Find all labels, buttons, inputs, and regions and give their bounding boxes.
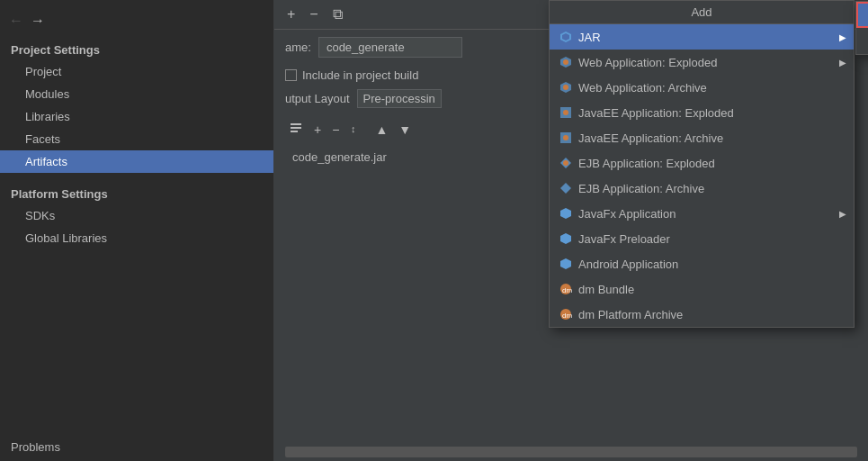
dropdown-item-javafx[interactable]: JavaFx Application ▶ [550,201,854,226]
submenu-item-empty[interactable]: Empty [856,2,868,28]
artifact-up-btn[interactable]: ▲ [371,121,391,139]
javafx-preloader-icon [559,231,573,246]
project-settings-title: Project Settings [0,38,273,60]
sidebar-item-libraries[interactable]: Libraries [0,105,273,128]
dropdown-item-jee-archive-label: JavaEE Application: Archive [578,131,723,145]
sidebar-item-global-libraries[interactable]: Global Libraries [0,227,273,249]
sidebar-item-facets[interactable]: Facets [0,128,273,150]
dm-bundle-icon: dm [559,282,573,296]
jar-submenu[interactable]: Empty From modules with depen [855,1,868,55]
submenu-item-from-modules[interactable]: From modules with depen [856,28,868,54]
content-area: + − ⧉ ame: code_generate Include in proj… [274,0,868,461]
svg-text:↕: ↕ [351,123,356,134]
jee-exploded-icon [559,105,573,120]
add-dropdown-header: Add [550,1,854,24]
web-exploded-arrow: ▶ [839,58,846,68]
problems-section[interactable]: Problems [0,433,273,461]
ejb-exploded-icon [559,156,573,170]
javafx-arrow: ▶ [839,209,846,219]
dropdown-item-javafx-preloader-label: JavaFx Preloader [578,232,670,246]
dropdown-item-dm-platform[interactable]: dm dm Platform Archive [550,302,854,327]
dropdown-item-javafx-preloader[interactable]: JavaFx Preloader [550,226,854,251]
artifact-add-btn[interactable]: + [310,121,325,139]
output-value: Pre-processin [357,89,442,108]
svg-text:dm: dm [562,312,572,320]
nav-arrows: ← → [0,7,273,38]
web-archive-icon [559,80,573,95]
dropdown-item-web-exploded-label: Web Application: Exploded [578,56,717,69]
dropdown-item-android-label: Android Application [578,258,678,271]
ejb-archive-icon [559,181,573,195]
svg-point-7 [563,59,568,65]
dropdown-item-ejb-archive-label: EJB Application: Archive [578,182,704,195]
jee-archive-icon [559,131,573,145]
name-label: ame: [285,41,311,54]
sidebar-item-artifacts[interactable]: Artifacts [0,150,273,173]
artifact-remove-btn[interactable]: − [328,121,343,139]
sidebar-item-modules[interactable]: Modules [0,83,273,105]
dropdown-item-web-archive-label: Web Application: Archive [578,81,707,95]
artifact-sort-btn[interactable] [285,119,307,140]
dropdown-item-ejb-archive[interactable]: EJB Application: Archive [550,176,854,201]
platform-settings-title: Platform Settings [0,182,273,204]
name-value: code_generate [318,37,462,58]
svg-marker-16 [560,183,571,194]
svg-marker-5 [562,33,569,41]
svg-marker-18 [560,233,571,244]
svg-text:dm: dm [562,286,572,294]
dropdown-item-dm-bundle[interactable]: dm dm Bundle [550,276,854,302]
svg-point-9 [563,85,568,90]
jar-icon [559,30,573,44]
svg-marker-19 [560,258,571,269]
svg-rect-1 [291,127,301,129]
jar-submenu-arrow: ▶ [839,32,846,42]
dropdown-item-javafx-label: JavaFx Application [578,207,676,221]
svg-rect-2 [291,131,298,132]
dropdown-item-web-exploded[interactable]: Web Application: Exploded ▶ [550,50,854,75]
back-arrow[interactable]: ← [9,13,23,29]
include-label: Include in project build [302,68,418,82]
sidebar-item-project[interactable]: Project [0,60,273,83]
dropdown-item-ejb-exploded-label: EJB Application: Exploded [578,157,715,170]
svg-marker-17 [560,208,571,219]
sidebar-item-sdks[interactable]: SDKs [0,204,273,227]
copy-button[interactable]: ⧉ [329,5,346,23]
dropdown-item-dm-bundle-label: dm Bundle [578,283,634,296]
web-exploded-icon [559,55,573,69]
dropdown-item-dm-platform-label: dm Platform Archive [578,308,683,321]
dm-platform-icon: dm [559,307,573,321]
dropdown-item-jar-label: JAR [578,31,601,44]
svg-point-15 [563,160,568,166]
dropdown-item-ejb-exploded[interactable]: EJB Application: Exploded [550,150,854,176]
artifact-down-btn[interactable]: ▼ [395,121,415,139]
dropdown-item-android[interactable]: Android Application [550,251,854,276]
dropdown-item-jee-exploded-label: JavaEE Application: Exploded [578,106,734,120]
sidebar: ← → Project Settings Project Modules Lib… [0,0,274,461]
output-label: utput Layout [285,92,350,105]
svg-rect-0 [291,123,301,125]
artifact-sort2-btn[interactable]: ↕ [346,119,368,140]
android-icon [559,257,573,271]
svg-point-11 [563,110,568,115]
forward-arrow[interactable]: → [31,13,45,29]
dropdown-item-jee-exploded[interactable]: JavaEE Application: Exploded [550,100,854,125]
svg-point-13 [563,135,568,140]
dropdown-item-jee-archive[interactable]: JavaEE Application: Archive [550,125,854,150]
add-button[interactable]: + [283,5,299,23]
add-dropdown[interactable]: Add JAR ▶ [549,0,855,328]
remove-button[interactable]: − [306,5,321,23]
javafx-icon [559,206,573,221]
scroll-area[interactable] [285,447,857,457]
dropdown-item-jar[interactable]: JAR ▶ [550,24,854,50]
include-checkbox[interactable] [285,69,297,81]
dropdown-item-web-archive[interactable]: Web Application: Archive [550,75,854,100]
